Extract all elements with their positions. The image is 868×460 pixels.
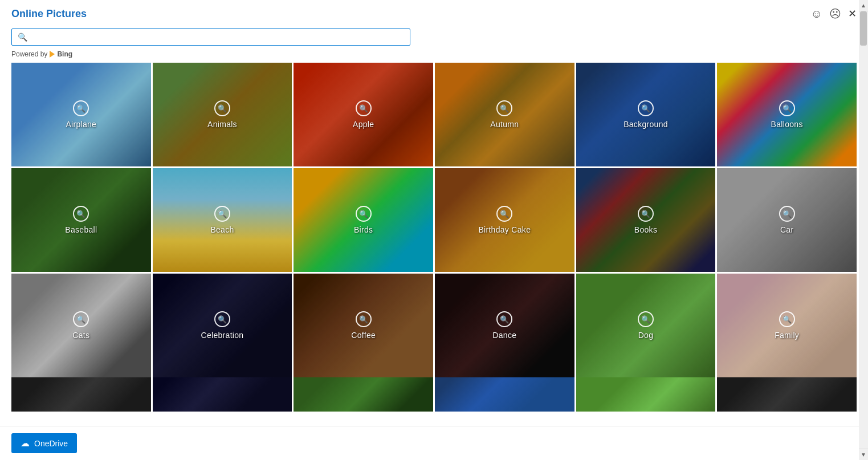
item-label-birthday-cake: Birthday Cake — [478, 225, 531, 234]
footer: ☁ OneDrive — [0, 426, 868, 460]
label-overlay-dance: 🔍 Dance — [435, 274, 574, 377]
onedrive-icon: ☁ — [21, 438, 30, 449]
grid-item-coffee[interactable]: 🔍 Coffee — [294, 274, 433, 377]
item-label-balloons: Balloons — [771, 120, 803, 129]
label-overlay-cats: 🔍 Cats — [11, 274, 151, 377]
frown-icon[interactable]: ☹ — [829, 7, 841, 21]
grid-item-baseball[interactable]: 🔍 Baseball — [11, 168, 151, 272]
search-circle-balloons: 🔍 — [779, 100, 795, 116]
scroll-thumb[interactable] — [860, 11, 867, 46]
search-circle-birds: 🔍 — [356, 206, 372, 222]
label-overlay-birthday-cake: 🔍 Birthday Cake — [435, 168, 574, 272]
search-circle-coffee: 🔍 — [356, 311, 372, 327]
dialog-title: Online Pictures — [11, 8, 87, 20]
powered-by-text: Powered by — [11, 50, 47, 58]
grid-item-family[interactable]: 🔍 Family — [717, 274, 857, 377]
grid-item-animals[interactable]: 🔍 Animals — [153, 63, 292, 166]
scroll-down-button[interactable]: ▼ — [859, 449, 868, 460]
search-circle-family: 🔍 — [779, 311, 795, 327]
item-label-books: Books — [634, 225, 657, 234]
search-icon-animals: 🔍 — [218, 104, 227, 113]
grid-item-airplane[interactable]: 🔍 Airplane — [11, 63, 151, 166]
grid-item-birds[interactable]: 🔍 Birds — [294, 168, 433, 272]
partial-row — [11, 377, 857, 412]
grid-item-beach[interactable]: 🔍 Beach — [153, 168, 292, 272]
search-icon-dance: 🔍 — [500, 315, 509, 324]
search-icon-cats: 🔍 — [76, 315, 85, 324]
grid-item-cats[interactable]: 🔍 Cats — [11, 274, 151, 377]
search-circle-car: 🔍 — [779, 206, 795, 222]
label-overlay-animals: 🔍 Animals — [153, 63, 292, 166]
scroll-up-button[interactable]: ▲ — [859, 0, 868, 11]
image-grid-container: 🔍 Airplane 🔍 Animals 🔍 Apple 🔍 Autumn — [0, 63, 868, 426]
item-label-coffee: Coffee — [351, 331, 376, 340]
search-circle-apple: 🔍 — [356, 100, 372, 116]
grid-item-dog[interactable]: 🔍 Dog — [576, 274, 716, 377]
search-circle-airplane: 🔍 — [73, 100, 89, 116]
grid-item-balloons[interactable]: 🔍 Balloons — [717, 63, 857, 166]
grid-item-autumn[interactable]: 🔍 Autumn — [435, 63, 574, 166]
search-circle-dance: 🔍 — [496, 311, 512, 327]
label-overlay-autumn: 🔍 Autumn — [435, 63, 574, 166]
partial-item-p3[interactable] — [294, 377, 433, 412]
close-button[interactable]: ✕ — [848, 9, 857, 19]
search-circle-beach: 🔍 — [214, 206, 230, 222]
image-grid: 🔍 Airplane 🔍 Animals 🔍 Apple 🔍 Autumn — [11, 63, 857, 377]
grid-item-background[interactable]: 🔍 Background — [576, 63, 716, 166]
label-overlay-airplane: 🔍 Airplane — [11, 63, 151, 166]
partial-item-p1[interactable] — [11, 377, 151, 412]
search-icon-apple: 🔍 — [359, 104, 368, 113]
grid-item-dance[interactable]: 🔍 Dance — [435, 274, 574, 377]
search-icon-celebration: 🔍 — [218, 315, 227, 324]
label-overlay-apple: 🔍 Apple — [294, 63, 433, 166]
item-label-autumn: Autumn — [490, 120, 519, 129]
search-circle-cats: 🔍 — [73, 311, 89, 327]
scroll-track[interactable] — [859, 11, 868, 449]
bing-label: Bing — [57, 50, 72, 58]
search-icon-background: 🔍 — [641, 104, 650, 113]
onedrive-label: OneDrive — [34, 439, 68, 448]
search-area: 🔍 — [0, 25, 868, 48]
smile-icon[interactable]: ☺ — [811, 7, 822, 21]
item-label-dog: Dog — [638, 331, 654, 340]
label-overlay-coffee: 🔍 Coffee — [294, 274, 433, 377]
search-circle-autumn: 🔍 — [496, 100, 512, 116]
grid-item-books[interactable]: 🔍 Books — [576, 168, 716, 272]
search-icon-birds: 🔍 — [359, 210, 368, 218]
partial-item-p5[interactable] — [576, 377, 716, 412]
search-icon-beach: 🔍 — [218, 210, 227, 218]
search-circle-books: 🔍 — [638, 206, 654, 222]
search-wrapper: 🔍 — [11, 29, 410, 46]
grid-item-birthday-cake[interactable]: 🔍 Birthday Cake — [435, 168, 574, 272]
search-icon-autumn: 🔍 — [500, 104, 509, 113]
grid-item-celebration[interactable]: 🔍 Celebration — [153, 274, 292, 377]
search-icon-dog: 🔍 — [641, 315, 650, 324]
online-pictures-dialog: Online Pictures ☺ ☹ ✕ 🔍 Powered by Bing … — [0, 0, 868, 460]
item-label-car: Car — [780, 225, 793, 234]
label-overlay-beach: 🔍 Beach — [153, 168, 292, 272]
title-bar: Online Pictures ☺ ☹ ✕ — [0, 0, 868, 25]
partial-item-p4[interactable] — [435, 377, 574, 412]
label-overlay-books: 🔍 Books — [576, 168, 716, 272]
item-label-celebration: Celebration — [201, 331, 244, 340]
partial-item-p2[interactable] — [153, 377, 292, 412]
item-label-baseball: Baseball — [65, 225, 97, 234]
partial-item-p6[interactable] — [717, 377, 857, 412]
search-icon-birthday-cake: 🔍 — [500, 210, 509, 218]
grid-item-car[interactable]: 🔍 Car — [717, 168, 857, 272]
search-circle-baseball: 🔍 — [73, 206, 89, 222]
search-icon-coffee: 🔍 — [359, 315, 368, 324]
item-label-apple: Apple — [353, 120, 374, 129]
item-label-dance: Dance — [492, 331, 516, 340]
search-icon-airplane: 🔍 — [76, 104, 85, 113]
search-icon-baseball: 🔍 — [76, 210, 85, 218]
label-overlay-dog: 🔍 Dog — [576, 274, 716, 377]
grid-item-apple[interactable]: 🔍 Apple — [294, 63, 433, 166]
search-circle-celebration: 🔍 — [214, 311, 230, 327]
search-input[interactable] — [32, 32, 404, 42]
powered-by-bar: Powered by Bing — [0, 48, 868, 63]
search-icon-family: 🔍 — [783, 315, 792, 324]
label-overlay-background: 🔍 Background — [576, 63, 716, 166]
label-overlay-celebration: 🔍 Celebration — [153, 274, 292, 377]
onedrive-button[interactable]: ☁ OneDrive — [11, 433, 77, 453]
